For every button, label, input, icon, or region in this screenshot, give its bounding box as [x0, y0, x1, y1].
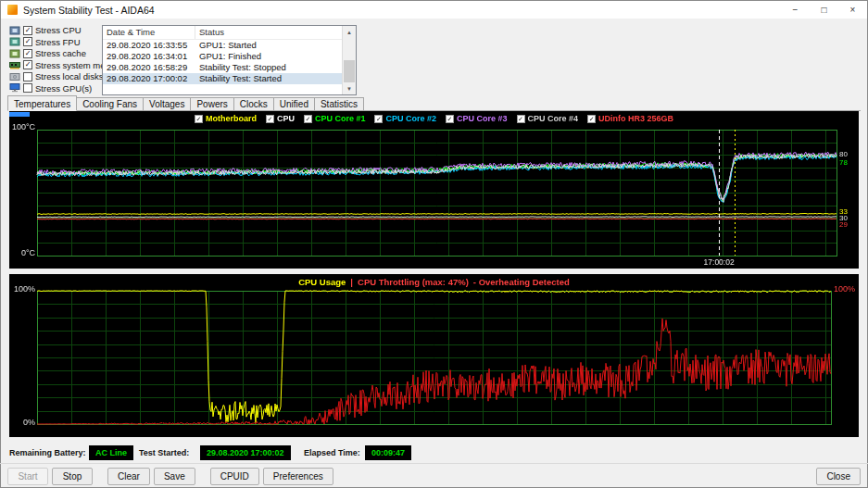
scroll-down-icon[interactable]: ▼: [343, 82, 356, 94]
log-header-status[interactable]: Status: [195, 26, 356, 39]
memory-icon: [9, 60, 20, 69]
usage-title-part: - Overheating Detected: [473, 277, 570, 287]
temperature-chart: ✓Motherboard✓CPU✓CPU Core #1✓CPU Core #2…: [9, 111, 859, 269]
legend-label: CPU Core #3: [457, 114, 508, 123]
gpu-icon: [9, 83, 20, 93]
log-cell-status: Stability Test: Started: [195, 73, 342, 84]
legend-label: CPU Core #4: [528, 114, 579, 123]
title-bar[interactable]: System Stability Test - AIDA64 − □ ×: [1, 1, 867, 19]
log-cell-datetime: 29.08.2020 16:34:01: [103, 51, 195, 62]
log-row[interactable]: 29.08.2020 17:00:02Stability Test: Start…: [103, 73, 342, 84]
legend-checkbox-cpu-core-3[interactable]: ✓: [446, 115, 454, 123]
legend-item-cpu-core-3: ✓CPU Core #3: [446, 114, 508, 123]
elapsed-time-value: 00:09:47: [365, 445, 411, 460]
save-button[interactable]: Save: [154, 468, 195, 485]
legend-item-cpu-core-2: ✓CPU Core #2: [374, 114, 436, 123]
stress-local-disks-checkbox[interactable]: [23, 72, 32, 81]
temp-axis-min-label: 0°C: [11, 248, 35, 257]
fpu-icon: [9, 37, 20, 46]
log-row[interactable]: 29.08.2020 16:58:29Stability Test: Stopp…: [103, 62, 342, 73]
button-bar-separator: [0, 463, 868, 464]
tab-voltages[interactable]: Voltages: [143, 97, 191, 111]
usage-title-part: |: [350, 277, 353, 287]
legend-label: CPU: [277, 114, 295, 123]
temp-right-label: 80: [839, 150, 848, 158]
preferences-button[interactable]: Preferences: [263, 468, 333, 485]
test-started-value: 29.08.2020 17:00:02: [200, 445, 291, 460]
window-controls: − □ ×: [781, 1, 867, 19]
close-button[interactable]: Close: [816, 468, 861, 485]
legend-checkbox-cpu-core-4[interactable]: ✓: [517, 115, 525, 123]
legend-checkbox-motherboard[interactable]: ✓: [195, 115, 203, 123]
legend-item-motherboard: ✓Motherboard: [195, 114, 257, 123]
usage-axis-min-label: 0%: [11, 418, 35, 427]
app-window: System Stability Test - AIDA64 − □ × ✓St…: [0, 0, 868, 488]
app-icon: [7, 5, 18, 15]
stress-fpu-checkbox[interactable]: ✓: [23, 37, 32, 46]
cache-icon: [9, 49, 20, 58]
tab-temperatures[interactable]: Temperatures: [7, 95, 77, 111]
legend-item-cpu: ✓CPU: [266, 114, 295, 123]
elapsed-time-label: Elapsed Time:: [304, 448, 360, 457]
legend-checkbox-udinfo-hr3-256gb[interactable]: ✓: [587, 115, 596, 123]
usage-title-part: CPU Throttling (max: 47%): [358, 277, 469, 287]
temp-time-marker-label: 17:00:02: [704, 257, 735, 267]
tab-unified[interactable]: Unified: [273, 97, 315, 111]
legend-checkbox-cpu-core-2[interactable]: ✓: [374, 115, 383, 123]
legend-label: CPU Core #1: [315, 114, 366, 123]
legend-item-cpu-core-4: ✓CPU Core #4: [517, 114, 579, 123]
cpu-usage-chart: CPU Usage|CPU Throttling (max: 47%)- Ove…: [9, 274, 859, 437]
tab-cooling-fans[interactable]: Cooling Fans: [76, 97, 144, 111]
log-cell-status: Stability Test: Stopped: [195, 62, 342, 73]
scrollbar-thumb[interactable]: [344, 60, 355, 82]
stress-cpu-checkbox[interactable]: ✓: [23, 26, 32, 35]
stop-button[interactable]: Stop: [52, 468, 93, 485]
scroll-up-icon[interactable]: ▲: [343, 26, 356, 38]
window-minimize-button[interactable]: −: [781, 1, 810, 19]
window-maximize-button[interactable]: □: [810, 1, 838, 19]
clear-button[interactable]: Clear: [107, 468, 150, 485]
window-title: System Stability Test - AIDA64: [23, 5, 155, 16]
log-row[interactable]: 29.08.2020 16:34:01GPU1: Finished: [103, 51, 342, 62]
temperature-legend: ✓Motherboard✓CPU✓CPU Core #1✓CPU Core #2…: [9, 114, 859, 123]
cpu-usage-title: CPU Usage|CPU Throttling (max: 47%)- Ove…: [9, 277, 859, 287]
cpuid-button[interactable]: CPUID: [210, 468, 259, 485]
log-header-date[interactable]: Date & Time: [103, 26, 195, 39]
temp-right-label: 78: [839, 158, 848, 167]
window-close-button[interactable]: ×: [838, 1, 867, 19]
stress-cache-checkbox[interactable]: ✓: [23, 49, 32, 58]
log-cell-datetime: 29.08.2020 16:33:55: [103, 40, 195, 51]
temp-right-label: 29: [839, 220, 848, 229]
progress-indicator: [9, 112, 30, 117]
remaining-battery-value: AC Line: [89, 445, 133, 460]
legend-label: Motherboard: [206, 114, 257, 123]
tab-clocks[interactable]: Clocks: [233, 97, 274, 111]
stress-system-memory-checkbox[interactable]: ✓: [23, 60, 32, 69]
log-cell-datetime: 29.08.2020 17:00:02: [103, 73, 195, 84]
log-header: Date & Time Status: [103, 26, 356, 40]
temp-axis-max-label: 100°C: [11, 122, 35, 131]
stress-option-label: Stress local disks: [35, 71, 103, 81]
cpu-usage-plot-canvas: [9, 274, 859, 437]
tab-powers[interactable]: Powers: [190, 97, 233, 111]
stress-gpus-checkbox[interactable]: [23, 83, 32, 93]
legend-label: UDinfo HR3 256GB: [598, 114, 673, 123]
temperature-plot-canvas: [9, 111, 859, 269]
start-button[interactable]: Start: [7, 468, 48, 485]
event-log: Date & Time Status 29.08.2020 16:33:55GP…: [102, 25, 357, 95]
log-cell-status: GPU1: Started: [195, 40, 342, 51]
log-cell-datetime: 29.08.2020 16:58:29: [103, 62, 195, 73]
legend-checkbox-cpu[interactable]: ✓: [266, 115, 274, 123]
stress-option-label: Stress GPU(s): [35, 83, 92, 94]
test-started-label: Test Started:: [139, 448, 189, 457]
log-row[interactable]: 29.08.2020 16:33:55GPU1: Started: [103, 40, 342, 51]
log-cell-status: GPU1: Finished: [195, 51, 342, 62]
disk-icon: [9, 72, 20, 81]
stress-option-label: Stress CPU: [35, 25, 82, 35]
log-scrollbar[interactable]: ▲ ▼: [342, 26, 356, 94]
status-bar: Remaining Battery: AC Line Test Started:…: [0, 444, 868, 461]
legend-checkbox-cpu-core-1[interactable]: ✓: [304, 115, 312, 123]
usage-title-part: CPU Usage: [298, 277, 346, 287]
tab-statistics[interactable]: Statistics: [314, 97, 364, 111]
cpu-icon: [9, 26, 20, 35]
